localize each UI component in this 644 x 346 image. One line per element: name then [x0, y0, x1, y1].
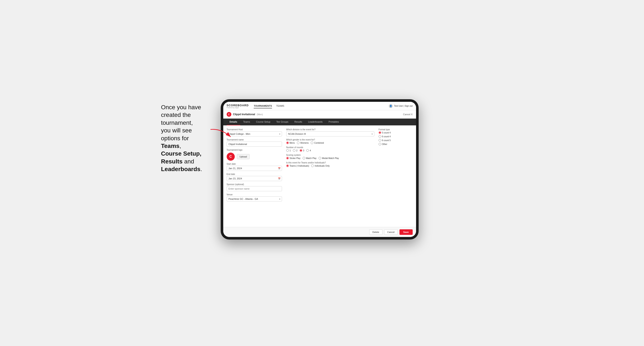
teams-plus-individuals-option[interactable]: Teams (+Individuals)	[286, 165, 309, 167]
gender-mens-radio[interactable]	[286, 142, 289, 144]
rounds-4-radio[interactable]	[306, 149, 309, 152]
team-individuals-radio-group: Teams (+Individuals) Individuals Only	[286, 165, 374, 167]
cancel-button[interactable]: Cancel	[384, 229, 398, 235]
tournament-icon: C	[227, 112, 231, 117]
venue-group: Venue Peachtree GC - Atlanta - GA	[227, 193, 282, 201]
individuals-only-option[interactable]: Individuals Only	[311, 165, 330, 167]
end-date-group: End date	[227, 173, 282, 181]
tournament-host-select[interactable]: Clippd College - Men	[227, 131, 282, 137]
instruction-bold-teams: Teams	[161, 143, 180, 149]
tab-results[interactable]: Results	[291, 119, 305, 125]
upload-button[interactable]: Upload	[237, 154, 250, 159]
tab-tee-groups[interactable]: Tee Groups	[273, 119, 291, 125]
sponsor-input[interactable]	[227, 186, 282, 191]
rounds-1-radio[interactable]	[286, 149, 289, 152]
rounds-4-option[interactable]: 4	[306, 149, 311, 152]
page-wrapper: Once you havecreated thetournament,you w…	[161, 86, 483, 260]
gender-combined-label: Combined	[314, 142, 324, 144]
gender-label: Which gender is the event for?	[286, 139, 374, 141]
format-other-option[interactable]: Other	[378, 143, 413, 145]
nav-link-teams[interactable]: TEAMS	[276, 104, 284, 108]
scoring-medal-match-play-option[interactable]: Medal Match Play	[318, 157, 339, 160]
sponsor-label: Sponsor (optional)	[227, 183, 282, 185]
rounds-3-radio[interactable]	[300, 149, 302, 152]
rounds-2-option[interactable]: 2	[293, 149, 298, 152]
gender-womens-radio[interactable]	[297, 142, 300, 144]
format-6count4-option[interactable]: 6 count 4	[378, 135, 413, 138]
instruction-and: and	[182, 158, 194, 165]
logo-title: SCOREBOARD	[227, 104, 249, 107]
instruction-comma1: ,	[180, 143, 181, 149]
individuals-only-radio[interactable]	[311, 165, 314, 167]
top-nav: SCOREBOARD Powered by clippd TOURNAMENTS…	[223, 102, 416, 110]
tournament-name-input[interactable]	[227, 142, 282, 147]
start-date-wrapper	[227, 166, 282, 171]
user-text[interactable]: Test User | Sign out	[394, 105, 412, 107]
scoring-stroke-play-option[interactable]: Stroke Play	[286, 157, 300, 160]
delete-button[interactable]: Delete	[369, 229, 382, 235]
cancel-tournament-button[interactable]: Cancel X	[403, 113, 413, 116]
gender-mens-option[interactable]: Mens	[286, 142, 295, 144]
tournament-gender: (Men)	[257, 113, 263, 116]
venue-select-wrapper: Peachtree GC - Atlanta - GA	[227, 196, 282, 201]
instruction-bold-leaderboards: Leaderboards	[161, 166, 200, 172]
tab-bar: Details Teams Course Setup Tee Groups Re…	[223, 119, 416, 125]
tournament-title-area: C Clippd Invitational (Men)	[227, 112, 263, 117]
main-content: Tournament Host Clippd College - Men Tou…	[223, 125, 416, 227]
tournament-logo-label: Tournament logo	[227, 149, 282, 151]
tournament-name-label: Tournament name	[227, 139, 282, 141]
rounds-2-label: 2	[296, 149, 298, 152]
save-button[interactable]: Save	[400, 229, 413, 235]
tablet-screen: SCOREBOARD Powered by clippd TOURNAMENTS…	[223, 102, 416, 237]
rounds-label: Number of rounds	[286, 146, 374, 149]
nav-link-tournaments[interactable]: TOURNAMENTS	[254, 104, 272, 108]
gender-womens-option[interactable]: Womens	[297, 142, 308, 144]
format-6count5-radio[interactable]	[378, 139, 381, 142]
gender-combined-radio[interactable]	[311, 142, 313, 144]
format-other-radio[interactable]	[378, 143, 381, 145]
rounds-2-radio[interactable]	[293, 149, 296, 152]
scoring-stroke-play-radio[interactable]	[286, 157, 289, 160]
rounds-group: Number of rounds 1 2	[286, 146, 374, 152]
division-group: Which division is the event for? NCAA Di…	[286, 128, 374, 137]
scoring-medal-match-play-radio[interactable]	[318, 157, 321, 160]
venue-select[interactable]: Peachtree GC - Atlanta - GA	[227, 196, 282, 201]
tab-details[interactable]: Details	[227, 119, 240, 125]
scoring-medal-match-play-label: Medal Match Play	[322, 157, 339, 160]
logo-area: SCOREBOARD Powered by clippd	[227, 104, 249, 108]
format-5count4-radio[interactable]	[378, 131, 381, 134]
tournament-host-group: Tournament Host Clippd College - Men	[227, 128, 282, 137]
scoring-radio-group: Stroke Play Match Play Medal Match Play	[286, 157, 374, 160]
end-date-input[interactable]	[227, 176, 282, 181]
scoring-group: Scoring system Stroke Play Match Play	[286, 154, 374, 160]
gender-combined-option[interactable]: Combined	[311, 142, 324, 144]
arrow-indicator	[208, 127, 234, 143]
rounds-3-option[interactable]: 3	[300, 149, 304, 152]
scoring-match-play-radio[interactable]	[303, 157, 305, 160]
logo-preview: C	[227, 153, 235, 161]
gender-radio-group: Mens Womens Combined	[286, 142, 374, 144]
tab-teams[interactable]: Teams	[240, 119, 253, 125]
division-select[interactable]: NCAA Division III	[286, 131, 374, 137]
start-date-input[interactable]	[227, 166, 282, 171]
instruction-bold-coursesetup: Course Setup,	[161, 150, 202, 157]
tab-leaderboards[interactable]: Leaderboards	[305, 119, 326, 125]
rounds-1-option[interactable]: 1	[286, 149, 291, 152]
venue-label: Venue	[227, 193, 282, 196]
tab-course-setup[interactable]: Course Setup	[253, 119, 273, 125]
scoring-match-play-option[interactable]: Match Play	[303, 157, 316, 160]
format-5count4-option[interactable]: 5 count 4	[378, 131, 413, 134]
end-date-label: End date	[227, 173, 282, 175]
logo-upload-area: C Upload	[227, 153, 282, 161]
rounds-radio-group: 1 2 3	[286, 149, 374, 152]
end-date-wrapper	[227, 176, 282, 181]
tournament-header: C Clippd Invitational (Men) Cancel X	[223, 110, 416, 119]
tab-printables[interactable]: Printables	[326, 119, 342, 125]
nav-links: TOURNAMENTS TEAMS	[254, 104, 284, 108]
format-6count4-radio[interactable]	[378, 135, 381, 138]
teams-plus-individuals-radio[interactable]	[286, 165, 289, 167]
format-6count5-option[interactable]: 6 count 5	[378, 139, 413, 142]
rounds-1-label: 1	[290, 149, 291, 152]
format-6count4-label: 6 count 4	[382, 135, 391, 138]
division-select-wrapper: NCAA Division III	[286, 131, 374, 137]
